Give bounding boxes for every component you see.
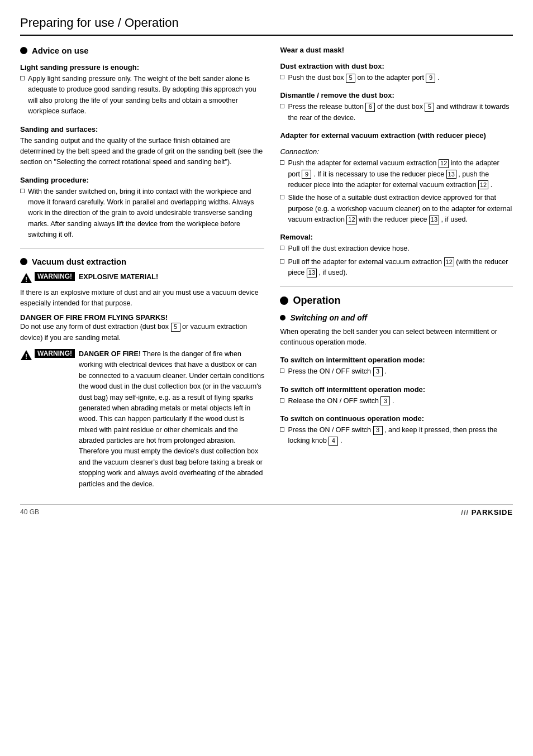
removal-item-2: Pull off the adapter for external vacuum… — [280, 257, 513, 279]
warning-fire-bold: DANGER OF FIRE! There is the danger of f… — [79, 349, 264, 490]
badge-5-dismantle: 5 — [425, 103, 434, 112]
right-column: Wear a dust mask! Dust extraction with d… — [280, 46, 513, 494]
bullet-sq-adapter-1 — [280, 160, 284, 165]
bullet-sq-2 — [20, 189, 25, 193]
sanding-surfaces-body: The sanding output and the quality of th… — [20, 136, 264, 168]
badge-4-con: 4 — [329, 437, 338, 446]
adapter-section-title: Adapter for external vacuum extraction (… — [280, 131, 513, 140]
sanding-procedure-item: With the sander switched on, bring it in… — [20, 186, 264, 241]
danger-fire-text: Do not use any form of dust extraction (… — [20, 322, 264, 343]
page-title: Preparing for use / Operation — [20, 16, 513, 36]
removal-text-2: Pull off the adapter for external vacuum… — [288, 257, 513, 279]
dust-extraction-title: Dust extraction with dust box: — [280, 62, 513, 70]
badge-12-r: 12 — [444, 257, 454, 266]
advice-title: Advice on use — [32, 46, 89, 55]
light-sanding-item: Apply light sanding pressure only. The w… — [20, 74, 264, 117]
light-sanding-text: Apply light sanding pressure only. The w… — [28, 74, 264, 117]
warning-explosive-bold: EXPLOSIVE MATERIAL! — [79, 272, 158, 283]
bullet-circle-vacuum — [20, 258, 27, 265]
badge-13-c2: 13 — [429, 216, 439, 224]
bullet-sq-removal-1 — [280, 246, 284, 250]
left-column: Advice on use Light sanding pressure is … — [20, 46, 264, 494]
bullet-circle-op — [280, 296, 288, 305]
dismantle-dust-title: Dismantle / remove the dust box: — [280, 91, 513, 99]
danger-fire-title: DANGER OF FIRE FROM FLYING SPARKS! — [20, 313, 264, 322]
bullet-sq-dust-ext — [280, 75, 284, 79]
svg-text:!: ! — [25, 353, 27, 361]
bullet-sq-ion — [280, 369, 284, 373]
badge-12-c1: 12 — [439, 159, 449, 168]
bullet-circle-sw — [280, 315, 285, 320]
warning-fire: ! WARNING! DANGER OF FIRE! There is the … — [20, 349, 264, 490]
divider-1 — [20, 248, 264, 249]
warning-triangle-1: ! — [20, 272, 32, 285]
continuous-on-text: Press the ON / OFF switch 3 , and keep i… — [288, 425, 513, 447]
warning-explosive-line: ! WARNING! EXPLOSIVE MATERIAL! — [20, 272, 264, 285]
intermittent-on-text: Press the ON / OFF switch 3 . — [288, 366, 513, 377]
adapter-connection-text-1: Push the adapter for external vacuum ext… — [288, 158, 513, 190]
intermittent-off-item: Release the ON / OFF switch 3 . — [280, 396, 513, 406]
switching-intro: When operating the belt sander you can s… — [280, 327, 513, 348]
operation-header: Operation — [280, 295, 513, 307]
badge-9-c1: 9 — [302, 170, 311, 179]
svg-text:!: ! — [25, 276, 27, 284]
bullet-sq-dismantle — [280, 104, 284, 108]
light-sanding-title: Light sanding pressure is enough: — [20, 63, 264, 71]
intermittent-off-title: To switch off intermittent operation mod… — [280, 385, 513, 394]
sanding-surfaces-title: Sanding and surfaces: — [20, 125, 264, 133]
removal-item-1: Pull off the dust extraction device hose… — [280, 243, 513, 254]
dust-extraction-item: Push the dust box 5 on to the adapter po… — [280, 73, 513, 83]
badge-5-ext: 5 — [346, 74, 355, 83]
intermittent-off-text: Release the ON / OFF switch 3 . — [288, 396, 513, 406]
bullet-circle-advice — [20, 47, 27, 54]
bullet-sq-adapter-2 — [280, 195, 284, 199]
warning-triangle-2: ! — [20, 350, 32, 362]
badge-6-dismantle: 6 — [365, 103, 375, 112]
badge-12-c1b: 12 — [478, 180, 488, 189]
sanding-procedure-text: With the sander switched on, bring it in… — [28, 186, 264, 241]
sanding-procedure-title: Sanding procedure: — [20, 176, 264, 184]
removal-text-1: Pull off the dust extraction device hose… — [288, 243, 513, 254]
footer-brand: /// PARKSIDE — [461, 508, 513, 516]
badge-13-r: 13 — [307, 269, 317, 277]
bullet-sq-con — [280, 427, 284, 432]
brand-slashes: /// — [461, 508, 471, 516]
badge-3-con: 3 — [373, 426, 383, 435]
badge-13-c1: 13 — [446, 170, 456, 179]
brand-name: PARKSIDE — [472, 508, 513, 516]
continuous-on-item: Press the ON / OFF switch 3 , and keep i… — [280, 425, 513, 447]
vacuum-section-header: Vacuum dust extraction — [20, 257, 264, 266]
badge-3-ion: 3 — [373, 367, 383, 376]
operation-title: Operation — [293, 295, 340, 307]
adapter-connection-item-2: Slide the hose of a suitable dust extrac… — [280, 193, 513, 225]
two-column-layout: Advice on use Light sanding pressure is … — [20, 46, 513, 494]
adapter-connection-item-1: Push the adapter for external vacuum ext… — [280, 158, 513, 190]
dismantle-dust-item: Press the release button 6 of the dust b… — [280, 102, 513, 123]
bullet-sq-removal-2 — [280, 259, 284, 264]
badge-12-c2: 12 — [346, 216, 356, 224]
footer-page: 40 GB — [20, 508, 39, 516]
warning-fire-text: There is the danger of fire when working… — [79, 350, 264, 488]
footer: 40 GB /// PARKSIDE — [20, 504, 513, 516]
dismantle-dust-text: Press the release button 6 of the dust b… — [288, 102, 513, 123]
advice-section-header: Advice on use — [20, 46, 264, 55]
warning-explosive-label: WARNING! — [35, 272, 75, 281]
removal-title: Removal: — [280, 233, 513, 241]
adapter-connection-title: Connection: — [280, 147, 513, 156]
page: Preparing for use / Operation Advice on … — [0, 0, 533, 756]
adapter-connection-text-2: Slide the hose of a suitable dust extrac… — [288, 193, 513, 225]
bullet-sq-1 — [20, 76, 25, 80]
dust-mask-title: Wear a dust mask! — [280, 46, 513, 54]
warning-explosive: ! WARNING! EXPLOSIVE MATERIAL! If there … — [20, 272, 264, 309]
bullet-sq-ioff — [280, 398, 284, 403]
intermittent-on-item: Press the ON / OFF switch 3 . — [280, 366, 513, 377]
switching-title: Switching on and off — [290, 313, 367, 322]
badge-5-danger: 5 — [171, 323, 180, 332]
badge-9-ext: 9 — [426, 74, 435, 83]
continuous-on-title: To switch on continuous operation mode: — [280, 414, 513, 423]
badge-3-ioff: 3 — [380, 396, 390, 405]
warning-explosive-text: If there is an explosive mixture of dust… — [20, 288, 264, 309]
vacuum-title: Vacuum dust extraction — [32, 257, 126, 266]
divider-op — [280, 286, 513, 287]
warning-fire-label: WARNING! — [35, 349, 75, 358]
